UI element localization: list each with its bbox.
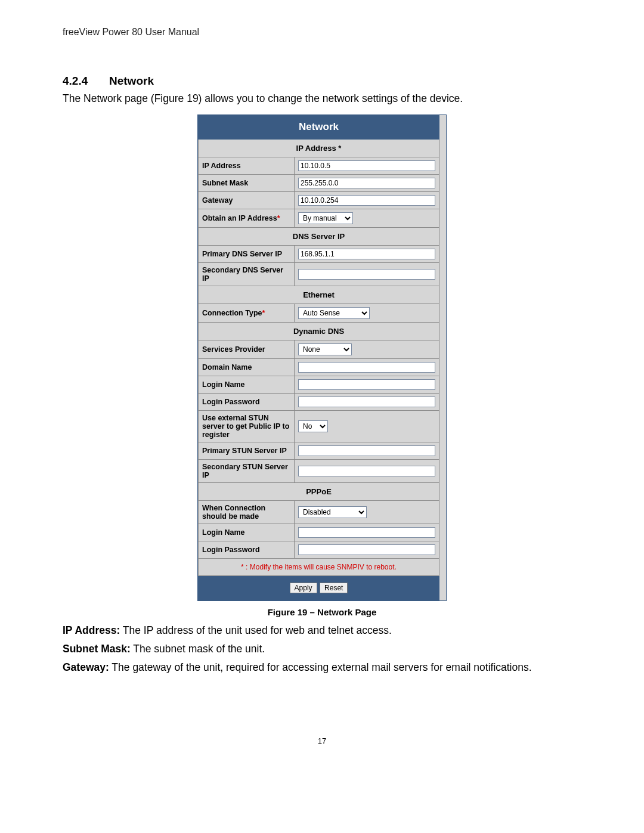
label-pppoe-login-password: Login Password <box>199 541 295 559</box>
label-obtain-ip: Obtain an IP Address* <box>199 209 295 228</box>
label-ddns-login-password: Login Password <box>199 394 295 411</box>
reset-button[interactable]: Reset <box>320 583 348 593</box>
label-domain-name: Domain Name <box>199 359 295 376</box>
label-ip-address: IP Address <box>199 157 295 175</box>
label-primary-dns: Primary DNS Server IP <box>199 246 295 263</box>
section-number: 4.2.4 <box>63 75 109 88</box>
pppoe-login-password-input[interactable] <box>298 544 435 555</box>
primary-stun-input[interactable] <box>298 445 435 456</box>
stun-select[interactable]: No <box>298 420 328 432</box>
label-gateway: Gateway <box>199 192 295 209</box>
services-provider-select[interactable]: None <box>298 343 352 355</box>
intro-text: The Network page (Figure 19) allows you … <box>63 92 581 105</box>
label-services-provider: Services Provider <box>199 340 295 359</box>
label-primary-stun: Primary STUN Server IP <box>199 442 295 460</box>
ddns-login-name-input[interactable] <box>298 379 435 390</box>
desc-subnet-mask: Subnet Mask: The subnet mask of the unit… <box>63 643 581 655</box>
desc-gateway: Gateway: The gateway of the unit, requir… <box>63 661 581 674</box>
subnet-mask-input[interactable] <box>298 178 435 188</box>
pppoe-when-select[interactable]: Disabled <box>298 506 367 518</box>
primary-dns-input[interactable] <box>298 249 435 259</box>
section-pppoe: PPPoE <box>199 483 439 501</box>
network-panel: Network IP Address * IP Address Subnet M… <box>197 114 447 601</box>
section-dns: DNS Server IP <box>199 228 439 246</box>
obtain-ip-select[interactable]: By manual <box>298 212 353 224</box>
domain-name-input[interactable] <box>298 362 435 373</box>
label-pppoe-login-name: Login Name <box>199 524 295 541</box>
label-stun: Use external STUN server to get Public I… <box>199 411 295 442</box>
panel-title: Network <box>199 116 439 140</box>
label-secondary-stun: Secondary STUN Server IP <box>199 460 295 483</box>
secondary-stun-input[interactable] <box>298 466 435 476</box>
section-title: Network <box>109 75 154 87</box>
section-ethernet: Ethernet <box>199 286 439 304</box>
label-connection-type: Connection Type* <box>199 304 295 323</box>
reboot-note: * : Modify the items will cause SNMPIV t… <box>199 559 439 576</box>
apply-button[interactable]: Apply <box>290 583 317 593</box>
ip-address-input[interactable] <box>298 160 435 171</box>
label-subnet-mask: Subnet Mask <box>199 175 295 192</box>
section-ddns: Dynamic DNS <box>199 323 439 340</box>
connection-type-select[interactable]: Auto Sense <box>298 307 370 319</box>
desc-ip-address: IP Address: The IP address of the unit u… <box>63 624 581 637</box>
section-ip-address: IP Address * <box>199 140 439 157</box>
secondary-dns-input[interactable] <box>298 269 435 280</box>
section-heading: 4.2.4Network <box>63 75 581 88</box>
gateway-input[interactable] <box>298 195 435 206</box>
label-ddns-login-name: Login Name <box>199 376 295 394</box>
page-number: 17 <box>63 736 581 745</box>
label-pppoe-when: When Connection should be made <box>199 501 295 524</box>
pppoe-login-name-input[interactable] <box>298 527 435 538</box>
label-secondary-dns: Secondary DNS Server IP <box>199 263 295 286</box>
ddns-login-password-input[interactable] <box>298 397 435 407</box>
page-header: freeView Power 80 User Manual <box>63 27 581 38</box>
figure-caption: Figure 19 – Network Page <box>63 607 581 617</box>
